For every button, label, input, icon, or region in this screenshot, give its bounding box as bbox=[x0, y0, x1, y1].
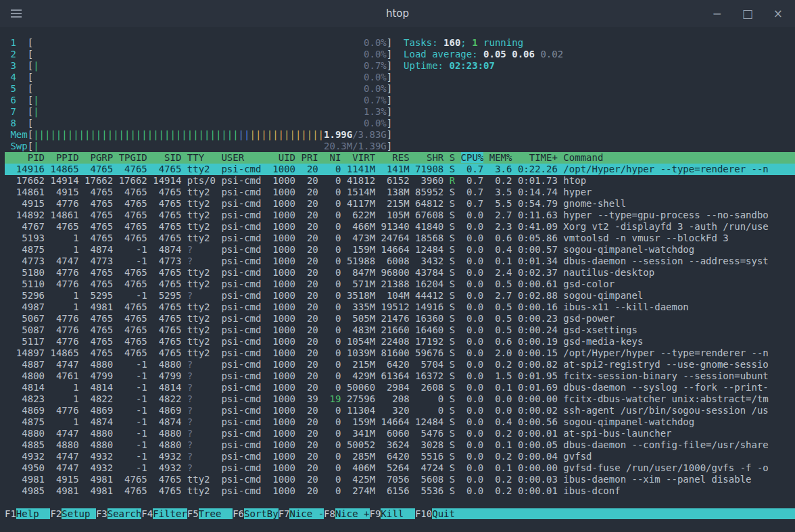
window-title: htop bbox=[0, 7, 795, 20]
column-header-TTY[interactable]: TTY bbox=[187, 152, 216, 163]
fkey-F9[interactable]: F9Kill bbox=[370, 508, 415, 519]
cpu-meter-4: 4 [ 0.0%] bbox=[5, 72, 795, 83]
process-row[interactable]: 4932 4747 4932 -1 4932 ? psi-cmd 1000 20… bbox=[5, 451, 795, 462]
column-header-TIME[interactable]: TIME+ bbox=[518, 152, 558, 163]
fkey-action-label: SortBy bbox=[244, 508, 279, 519]
fkey-bar-fill bbox=[466, 508, 795, 519]
process-row[interactable]: 14892 14861 4765 4765 4765 tty2 psi-cmd … bbox=[5, 210, 795, 221]
cpu-meter-6: 6 [| 0.7%] bbox=[5, 95, 795, 106]
column-header-PID[interactable]: PID bbox=[5, 152, 45, 163]
fkey-number: F7 bbox=[279, 508, 290, 519]
process-row[interactable]: 4814 1 4814 -1 4814 ? psi-cmd 1000 20 0 … bbox=[5, 382, 795, 393]
fkey-number: F5 bbox=[187, 508, 199, 519]
fkey-action-label: Help bbox=[16, 508, 51, 519]
column-header-USER[interactable]: USER bbox=[221, 152, 266, 163]
process-row[interactable]: 17662 14914 17662 17662 14914 pts/0 psi-… bbox=[5, 175, 795, 187]
maximize-icon[interactable]: □ bbox=[742, 8, 753, 20]
fkey-action-label: Search bbox=[107, 508, 142, 519]
column-header-NI[interactable]: NI bbox=[324, 152, 341, 163]
process-row[interactable]: 5087 4776 4765 4765 4765 tty2 psi-cmd 10… bbox=[5, 324, 795, 336]
fkey-F2[interactable]: F2Setup bbox=[50, 508, 95, 519]
fkey-action-label: Tree bbox=[199, 508, 233, 519]
process-row[interactable]: 4773 4747 4773 -1 4773 ? psi-cmd 1000 20… bbox=[5, 256, 795, 267]
column-header-SHR[interactable]: SHR bbox=[415, 152, 443, 163]
process-row[interactable]: 4885 4880 4880 -1 4880 ? psi-cmd 1000 20… bbox=[5, 439, 795, 451]
htop-window: htop − □ × 1 [ 0.0%] Tasks: 160; 1 runni… bbox=[0, 0, 795, 532]
fkey-F8[interactable]: F8Nice + bbox=[324, 508, 369, 519]
swp-meter: Swp[| 20.3M/1.39G] bbox=[5, 141, 795, 152]
fkey-action-label: Nice + bbox=[335, 508, 370, 519]
column-header-TPGID[interactable]: TPGID bbox=[119, 152, 147, 163]
fkey-action-label: Kill bbox=[381, 508, 415, 519]
fkey-action-label: Quit bbox=[432, 508, 466, 519]
cpu-meter-2: 2 [ 0.0%] Load average: 0.05 0.06 0.02 bbox=[5, 49, 795, 60]
fkey-number: F4 bbox=[141, 508, 153, 519]
process-row[interactable]: 5067 4776 4765 4765 4765 tty2 psi-cmd 10… bbox=[5, 313, 795, 324]
cpu-meter-3: 3 [| 0.7%] Uptime: 02:23:07 bbox=[5, 60, 795, 72]
fkey-F6[interactable]: F6SortBy bbox=[233, 508, 278, 519]
column-header-MEM[interactable]: MEM% bbox=[489, 152, 512, 163]
column-header-PRI[interactable]: PRI bbox=[301, 152, 318, 163]
process-row[interactable]: 5193 1 4765 4765 4765 tty2 psi-cmd 1000 … bbox=[5, 233, 795, 244]
cpu-meter-1: 1 [ 0.0%] Tasks: 160; 1 running bbox=[5, 37, 795, 49]
column-header-SID[interactable]: SID bbox=[153, 152, 181, 163]
process-row[interactable]: 4915 4776 4765 4765 4765 tty2 psi-cmd 10… bbox=[5, 198, 795, 210]
column-header-UID[interactable]: UID bbox=[272, 152, 295, 163]
fkey-F3[interactable]: F3Search bbox=[96, 508, 141, 519]
mem-meter: Mem[||||||||||||||||||||||||||||||||||||… bbox=[5, 129, 795, 141]
process-row[interactable]: 4767 4765 4765 4765 4765 tty2 psi-cmd 10… bbox=[5, 221, 795, 233]
fkey-F10[interactable]: F10Quit bbox=[415, 508, 466, 519]
hamburger-menu-icon[interactable] bbox=[11, 7, 22, 20]
fkey-number: F1 bbox=[5, 508, 16, 519]
process-row[interactable]: 4875 1 4874 -1 4874 ? psi-cmd 1000 20 0 … bbox=[5, 416, 795, 428]
process-row[interactable]: 14916 14865 4765 4765 4765 tty2 psi-cmd … bbox=[5, 164, 795, 175]
titlebar: htop − □ × bbox=[0, 0, 795, 27]
column-header-PGRP[interactable]: PGRP bbox=[85, 152, 113, 163]
fkey-number: F10 bbox=[415, 508, 432, 519]
fkey-action-label: Nice - bbox=[289, 508, 324, 519]
process-row[interactable]: 4987 1 4981 4765 4765 tty2 psi-cmd 1000 … bbox=[5, 301, 795, 313]
process-row[interactable]: 4981 4915 4981 4765 4765 tty2 psi-cmd 10… bbox=[5, 474, 795, 485]
column-header-Command[interactable]: Command bbox=[563, 152, 603, 163]
fkey-number: F9 bbox=[370, 508, 381, 519]
process-row[interactable]: 4950 4747 4932 -1 4932 ? psi-cmd 1000 20… bbox=[5, 462, 795, 474]
process-row[interactable]: 14861 4915 4765 4765 4765 tty2 psi-cmd 1… bbox=[5, 187, 795, 198]
cpu-meter-8: 8 [ 0.0%] bbox=[5, 118, 795, 129]
process-row[interactable]: 5180 4776 4765 4765 4765 tty2 psi-cmd 10… bbox=[5, 267, 795, 279]
table-header: PID PPID PGRP TPGID SID TTY USER UID PRI… bbox=[5, 152, 795, 164]
column-header-VIRT[interactable]: VIRT bbox=[347, 152, 375, 163]
process-row[interactable]: 14897 14865 4765 4765 4765 tty2 psi-cmd … bbox=[5, 347, 795, 359]
column-header-RES[interactable]: RES bbox=[381, 152, 410, 163]
fkey-F1[interactable]: F1Help bbox=[5, 508, 50, 519]
fkey-number: F3 bbox=[96, 508, 107, 519]
process-row[interactable]: 5117 4776 4765 4765 4765 tty2 psi-cmd 10… bbox=[5, 336, 795, 347]
cpu-meter-5: 5 [ 0.0%] bbox=[5, 83, 795, 95]
process-row[interactable]: 4887 4747 4880 -1 4880 ? psi-cmd 1000 20… bbox=[5, 359, 795, 370]
fkey-F4[interactable]: F4Filter bbox=[141, 508, 187, 519]
column-header-PPID[interactable]: PPID bbox=[50, 152, 78, 163]
process-row[interactable]: 4875 1 4874 -1 4874 ? psi-cmd 1000 20 0 … bbox=[5, 244, 795, 256]
process-row[interactable]: 5296 1 5295 -1 5295 ? psi-cmd 1000 20 0 … bbox=[5, 290, 795, 301]
fkey-action-label: Filter bbox=[153, 508, 187, 519]
process-row[interactable]: 4823 1 4822 -1 4822 ? psi-cmd 1000 39 19… bbox=[5, 393, 795, 405]
process-row[interactable]: 4869 4776 4869 -1 4869 ? psi-cmd 1000 20… bbox=[5, 405, 795, 416]
process-row[interactable]: 4985 4981 4981 4765 4765 tty2 psi-cmd 10… bbox=[5, 485, 795, 497]
column-header-CPU[interactable]: CPU% bbox=[461, 152, 484, 163]
column-header-S[interactable]: S bbox=[450, 152, 455, 163]
fkey-action-label: Setup bbox=[62, 508, 96, 519]
terminal: 1 [ 0.0%] Tasks: 160; 1 running 2 [ 0.0%… bbox=[0, 27, 795, 532]
fkey-F7[interactable]: F7Nice - bbox=[279, 508, 324, 519]
minimize-icon[interactable]: − bbox=[712, 8, 721, 20]
fkey-F5[interactable]: F5Tree bbox=[187, 508, 233, 519]
cpu-meter-7: 7 [| 1.3%] bbox=[5, 106, 795, 118]
process-row[interactable]: 5110 4776 4765 4765 4765 tty2 psi-cmd 10… bbox=[5, 279, 795, 290]
process-row[interactable]: 4880 4747 4880 -1 4880 ? psi-cmd 1000 20… bbox=[5, 428, 795, 439]
window-controls: − □ × bbox=[712, 8, 783, 20]
fkey-number: F2 bbox=[50, 508, 62, 519]
function-key-bar: F1Help F2Setup F3SearchF4FilterF5Tree F6… bbox=[0, 508, 795, 520]
fkey-number: F6 bbox=[233, 508, 244, 519]
close-icon[interactable]: × bbox=[773, 8, 783, 20]
process-row[interactable]: 4800 4761 4799 -1 4799 ? psi-cmd 1000 20… bbox=[5, 370, 795, 382]
fkey-number: F8 bbox=[324, 508, 335, 519]
